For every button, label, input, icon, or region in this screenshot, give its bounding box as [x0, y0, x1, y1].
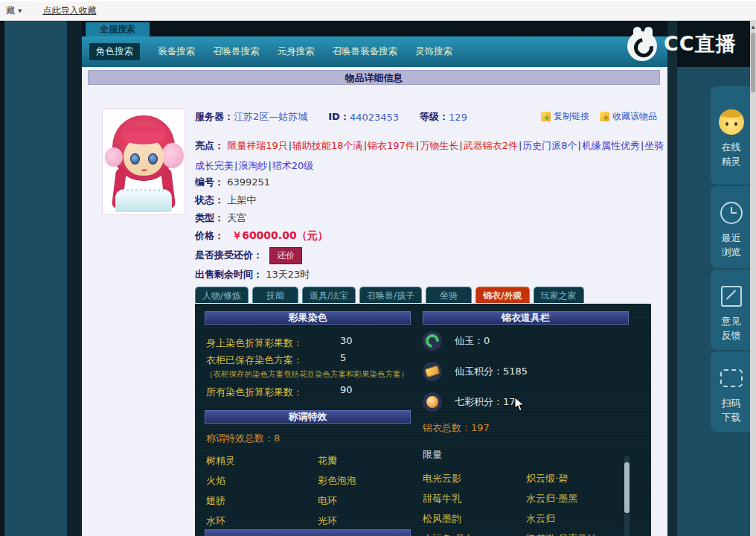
highlights-label: 亮点：: [195, 140, 224, 151]
level-label: 等级：: [420, 110, 449, 124]
item-detail-panel: 物品详细信息 服务器： 江苏2区—姑苏城 ID： 44023453 等级： 12…: [82, 67, 667, 536]
scroll-up-arrow-icon[interactable]: ▲: [750, 22, 756, 31]
effect-item: 电环: [318, 494, 337, 508]
bookmark-folder[interactable]: 藏 ▼: [6, 4, 22, 17]
tab-pet-equip-search[interactable]: 召唤兽装备搜索: [333, 45, 398, 58]
effect-item: 水环: [206, 514, 225, 528]
highlights-row: 亮点： 限量祥瑞19只|辅助技能18个满|锦衣197件|万物生长|武器锦衣2件|…: [195, 135, 665, 176]
sidebar-item-feedback[interactable]: 意见反馈: [711, 269, 752, 350]
effect-item: 光环: [318, 514, 337, 528]
clock-icon: [720, 202, 743, 224]
tab-role-search[interactable]: 角色搜索: [89, 43, 140, 60]
bargain-button[interactable]: 还价: [269, 247, 302, 264]
limited-item: 甜莓牛乳: [423, 492, 461, 505]
remaining-time-value: 13天23时: [266, 269, 310, 280]
panel-title: 物品详细信息: [88, 70, 660, 85]
dye-stat-row: 衣柜已保存染色方案： 5: [206, 352, 414, 367]
currency-row: 仙玉：0: [423, 331, 490, 351]
server-info-row: 服务器： 江苏2区—姑苏城 ID： 44023453 等级： 129: [195, 110, 467, 124]
limited-item: 松风墨韵: [423, 512, 461, 526]
effect-item: 彩色泡泡: [318, 474, 356, 488]
item-number-row: 编号： 6399251: [195, 176, 270, 189]
limited-item: 水云归·墨黑: [526, 492, 577, 505]
highlight-item: 武器锦衣2件: [464, 140, 518, 151]
remaining-time-row: 出售剩余时间： 13天23时: [195, 268, 310, 281]
item-number-value: 6399251: [227, 176, 270, 188]
character-avatar: [102, 108, 185, 215]
sidebar-item-recent-history[interactable]: 最近浏览: [711, 186, 752, 268]
dye-stat-row: 所有染色折算彩果数： 90: [206, 384, 414, 399]
effect-item: 火焰: [206, 474, 225, 488]
left-dark-strip: [67, 21, 82, 536]
limited-item: 小福兔·月白: [423, 532, 474, 536]
page-background: 全服搜索 角色搜索 装备搜索 召唤兽搜索 元身搜索 召唤兽装备搜索 灵饰搜索 C…: [0, 21, 756, 536]
effect-item: 花瓣: [318, 454, 337, 468]
highlight-item: 机缘属性优秀: [582, 140, 640, 151]
cc-logo-text: CC直播: [664, 31, 737, 57]
highlight-item: 限量祥瑞19只: [227, 140, 288, 151]
wardrobe-scrollbar-thumb[interactable]: [624, 462, 630, 513]
bookmark-bar: 藏 ▼ 点此导入收藏: [0, 0, 756, 21]
tab-items[interactable]: 道具/法宝: [302, 287, 356, 303]
tab-pet-search[interactable]: 召唤兽搜索: [213, 45, 260, 58]
detail-tab-bar: 人物/修炼 技能 道具/法宝 召唤兽/孩子 坐骑 锦衣/外观 玩家之家: [195, 287, 584, 303]
items-section-header: 锦衣道具栏: [423, 311, 629, 325]
currency-row: 七彩积分：17: [423, 392, 516, 412]
sidebar-item-qr-download[interactable]: 扫码下载: [711, 351, 752, 432]
level-value: 129: [449, 112, 467, 123]
dye-section-header: 彩果染色: [205, 311, 411, 325]
dye-stat-row: 身上染色折算彩果数： 30: [206, 335, 414, 350]
sprite-avatar-icon: [719, 109, 744, 135]
limited-item: 水云归: [526, 512, 555, 526]
limited-header: 限量: [423, 448, 442, 462]
wardrobe-total: 锦衣总数：197: [423, 421, 490, 435]
tab-mounts[interactable]: 坐骑: [426, 287, 472, 303]
status-value: 上架中: [227, 194, 256, 205]
highlight-item: 锦衣197件: [368, 140, 415, 151]
type-value: 天宫: [227, 212, 246, 223]
tab-character[interactable]: 人物/修炼: [195, 287, 249, 303]
tab-wardrobe[interactable]: 锦衣/外观: [475, 287, 529, 303]
page-scrollbar-thumb[interactable]: [751, 33, 755, 92]
copy-link-button[interactable]: 复制链接: [541, 110, 589, 123]
title-effects-header: 称谓特效: [205, 410, 411, 424]
highlight-item: 猎术20级: [272, 160, 314, 171]
highlight-item: 浪淘纱: [238, 160, 267, 171]
import-favorites-link[interactable]: 点此导入收藏: [42, 4, 96, 17]
tab-lingshi-search[interactable]: 灵饰搜索: [415, 45, 452, 58]
wardrobe-panel: 彩果染色 锦衣道具栏 身上染色折算彩果数： 30 衣柜已保存染色方案： 5 （衣…: [195, 304, 651, 536]
highlight-item: 辅助技能18个满: [292, 140, 363, 151]
highlight-item: 万物生长: [420, 140, 458, 151]
rainbow-pearl-icon: [423, 392, 442, 412]
next-section-header: [205, 529, 411, 536]
tab-home[interactable]: 玩家之家: [534, 287, 584, 303]
effect-item: 翅膀: [206, 494, 225, 508]
tab-skills[interactable]: 技能: [252, 287, 298, 303]
id-label: ID：: [328, 110, 350, 124]
bargain-row: 是否接受还价： 还价: [195, 247, 302, 264]
left-edge: [0, 21, 4, 536]
price-row: 价格： ￥60000.00（元）: [195, 229, 328, 243]
chevron-down-icon: ▼: [18, 8, 22, 14]
favorite-item-button[interactable]: 收藏该物品: [600, 110, 657, 123]
jade-icon: [423, 331, 442, 351]
effect-item: 树精灵: [206, 454, 235, 468]
dye-note: （衣柜保存的染色方案包括花豆染色方案和彩果染色方案）: [205, 369, 417, 380]
limited-item: 瑰梦潋·尺素云波: [526, 532, 597, 536]
tab-pets[interactable]: 召唤兽/孩子: [359, 287, 422, 303]
title-effects-total: 称谓特效总数：8: [206, 432, 280, 445]
ticket-icon: [423, 362, 442, 381]
cc-live-logo: CC直播: [626, 27, 737, 61]
type-row: 类型： 天宫: [195, 211, 246, 225]
tab-yuanshen-search[interactable]: 元身搜索: [278, 45, 315, 58]
limited-item: 电光云影: [423, 472, 461, 485]
wardrobe-scrollbar[interactable]: [624, 456, 630, 536]
page-scrollbar[interactable]: ▲: [750, 21, 756, 536]
tab-full-server-search[interactable]: 全服搜索: [86, 22, 150, 36]
limited-item: 炽云缎·碧: [526, 472, 568, 485]
tab-equip-search[interactable]: 装备搜索: [158, 45, 195, 58]
bookmark-folder-label: 藏: [6, 4, 15, 17]
sidebar-item-online-sprite[interactable]: 在线精灵: [711, 86, 752, 185]
search-nav-bar: 角色搜索 装备搜索 召唤兽搜索 元身搜索 召唤兽装备搜索 灵饰搜索: [82, 36, 667, 67]
server-value: 江苏2区—姑苏城: [234, 110, 307, 124]
